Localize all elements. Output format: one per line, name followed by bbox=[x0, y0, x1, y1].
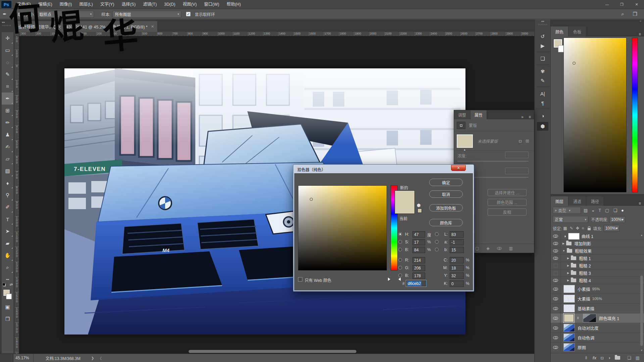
lock-all-icon[interactable] bbox=[588, 228, 591, 230]
tab-close-icon[interactable]: ✕ bbox=[151, 24, 154, 29]
crop-tool[interactable]: ⌗ bbox=[2, 80, 13, 93]
dodge-tool[interactable]: ⚲ bbox=[2, 189, 13, 201]
restore-button[interactable]: ❐ bbox=[614, 0, 629, 9]
field-S[interactable]: 17 bbox=[412, 239, 425, 245]
filter-toggle-pin[interactable]: ● bbox=[621, 208, 624, 213]
eye-icon[interactable] bbox=[553, 297, 558, 300]
radio-G[interactable] bbox=[398, 266, 402, 269]
field-C[interactable]: 20 bbox=[450, 257, 464, 263]
visibility-cell[interactable] bbox=[551, 262, 561, 269]
eyedropper-tool[interactable]: ✒ bbox=[2, 93, 13, 105]
libraries-panel-icon[interactable]: ⬢ bbox=[537, 122, 548, 131]
eye-icon[interactable] bbox=[553, 242, 558, 245]
invert-button[interactable]: 反相 bbox=[488, 208, 527, 216]
radio-b[interactable] bbox=[435, 248, 439, 251]
delete-mask-icon[interactable]: ▥ bbox=[509, 246, 513, 251]
quick-mask-button[interactable]: ▣ bbox=[2, 301, 13, 313]
disable-mask-icon[interactable] bbox=[497, 247, 502, 250]
menu-filter[interactable]: 滤镜(T) bbox=[139, 0, 160, 9]
menu-help[interactable]: 帮助(H) bbox=[223, 0, 244, 9]
visibility-cell[interactable] bbox=[551, 277, 561, 284]
group-expanded-icon[interactable]: ▼ bbox=[562, 249, 565, 252]
field-G[interactable]: 206 bbox=[412, 265, 425, 271]
feather-value-field[interactable] bbox=[505, 168, 529, 174]
dock-collapse-arrows[interactable]: » bbox=[551, 19, 644, 24]
sample-select[interactable]: 所有图层▾ bbox=[112, 11, 181, 18]
web-gamut-cube-icon[interactable]: ⬢ bbox=[417, 203, 420, 208]
layer-thumbnail[interactable] bbox=[563, 304, 575, 312]
layer-thumbnail[interactable] bbox=[563, 343, 575, 351]
ok-button[interactable]: 确定 bbox=[429, 179, 463, 186]
radio-a[interactable] bbox=[435, 240, 439, 244]
type-tool[interactable]: T bbox=[2, 213, 13, 225]
canvas-horizontal-scrollbar[interactable] bbox=[189, 350, 356, 353]
visibility-cell[interactable] bbox=[551, 269, 561, 277]
radio-S[interactable] bbox=[398, 240, 402, 244]
layer-thumbnail[interactable] bbox=[563, 334, 575, 342]
eye-hidden-box[interactable] bbox=[554, 271, 558, 275]
eye-icon[interactable] bbox=[553, 249, 558, 252]
eye-icon[interactable] bbox=[553, 317, 558, 320]
layer-row[interactable]: 自动对比度 bbox=[551, 323, 644, 333]
healing-brush-tool[interactable]: ⊞ bbox=[2, 105, 13, 117]
hue-slider-arrow-right[interactable] bbox=[398, 278, 401, 281]
clone-source-panel-icon[interactable]: ❏ bbox=[537, 54, 548, 63]
panel-menu-icon[interactable]: ≡ bbox=[529, 115, 531, 119]
dock-arrows-icon[interactable]: ▸▸ bbox=[2, 20, 5, 24]
layer-row[interactable]: 小素描95% bbox=[551, 284, 644, 294]
brush-tool[interactable]: ✏ bbox=[2, 117, 13, 129]
filter-adjustment-layers-icon[interactable]: ◒ bbox=[592, 208, 594, 213]
radio-R[interactable] bbox=[398, 258, 402, 262]
quick-selection-tool[interactable]: ✎ bbox=[2, 68, 13, 80]
apply-mask-icon[interactable]: ◈ bbox=[486, 246, 489, 251]
layer-row[interactable]: ∞颜色填充 1 bbox=[551, 313, 644, 323]
add-to-swatches-button[interactable]: 添加到色板 bbox=[429, 204, 463, 212]
fill-layer-thumbnail[interactable] bbox=[457, 134, 473, 148]
layer-row[interactable]: ▶粗糙 2 bbox=[551, 262, 644, 269]
new-group-icon[interactable] bbox=[615, 356, 620, 360]
search-icon[interactable]: ⌕ bbox=[621, 11, 624, 17]
zoom-level-field[interactable]: 45.17% bbox=[13, 354, 34, 362]
move-tool[interactable]: ✛ bbox=[2, 32, 13, 44]
eye-icon[interactable] bbox=[553, 288, 558, 291]
brush-settings-panel-icon[interactable]: ✎ bbox=[537, 76, 548, 85]
visibility-cell[interactable] bbox=[551, 284, 561, 294]
add-vector-mask-icon[interactable]: ⊞ bbox=[526, 138, 529, 143]
visibility-cell[interactable] bbox=[551, 247, 561, 254]
layers-scrollbar[interactable] bbox=[640, 276, 643, 346]
group-collapsed-icon[interactable]: ▶ bbox=[567, 257, 569, 260]
status-arrow-icon[interactable]: ❯ bbox=[91, 356, 94, 360]
character-panel-icon[interactable]: A| bbox=[537, 89, 548, 98]
default-colors-icon[interactable] bbox=[3, 284, 6, 287]
field-b[interactable]: 15 bbox=[450, 247, 464, 253]
filter-type-layers-icon[interactable]: T bbox=[598, 208, 601, 213]
menu-edit[interactable]: 编辑(E) bbox=[35, 0, 56, 9]
group-collapsed-icon[interactable]: ▶ bbox=[567, 272, 569, 275]
field-K[interactable]: 0 bbox=[450, 281, 464, 287]
cancel-button[interactable]: 取消 bbox=[429, 190, 463, 198]
layer-row[interactable]: 大素描105% bbox=[551, 294, 644, 304]
dialog-title[interactable]: 拾色器（纯色） bbox=[294, 166, 473, 173]
color-libraries-button[interactable]: 颜色库 bbox=[429, 219, 463, 226]
dialog-close-button[interactable]: ✕ bbox=[451, 165, 466, 171]
layer-thumbnail[interactable] bbox=[563, 295, 575, 303]
visibility-cell[interactable] bbox=[551, 313, 561, 323]
swap-colors-icon[interactable]: ⇄ bbox=[10, 283, 12, 286]
visibility-cell[interactable] bbox=[551, 333, 561, 342]
layer-row[interactable]: 原图 bbox=[551, 343, 644, 352]
horizontal-ruler[interactable]: 3002001000100200300400500600700800900100… bbox=[15, 32, 534, 36]
document-tab[interactable]: 设计导师-何焜华，QQ：1433828141 @ 45.2% (颜色填充 1, … bbox=[15, 21, 158, 32]
eye-icon[interactable] bbox=[553, 326, 558, 329]
web-only-checkbox[interactable] bbox=[298, 277, 302, 282]
filter-pixel-layers-icon[interactable]: ▨ bbox=[584, 208, 588, 213]
picker-saturation-field[interactable] bbox=[298, 185, 387, 270]
tab-adjustments[interactable]: 调整 bbox=[454, 110, 470, 119]
field-H[interactable]: 47 bbox=[412, 231, 425, 238]
field-M[interactable]: 18 bbox=[450, 265, 464, 271]
scrollbar-down-icon[interactable]: ▼ bbox=[640, 349, 643, 352]
field-L[interactable]: 83 bbox=[450, 231, 464, 238]
lock-paint-icon[interactable]: ✎ bbox=[570, 226, 573, 231]
minimize-button[interactable]: — bbox=[600, 0, 614, 9]
show-sampling-ring-checkbox[interactable]: ✓ bbox=[186, 12, 191, 16]
menu-window[interactable]: 窗口(W) bbox=[200, 0, 223, 9]
